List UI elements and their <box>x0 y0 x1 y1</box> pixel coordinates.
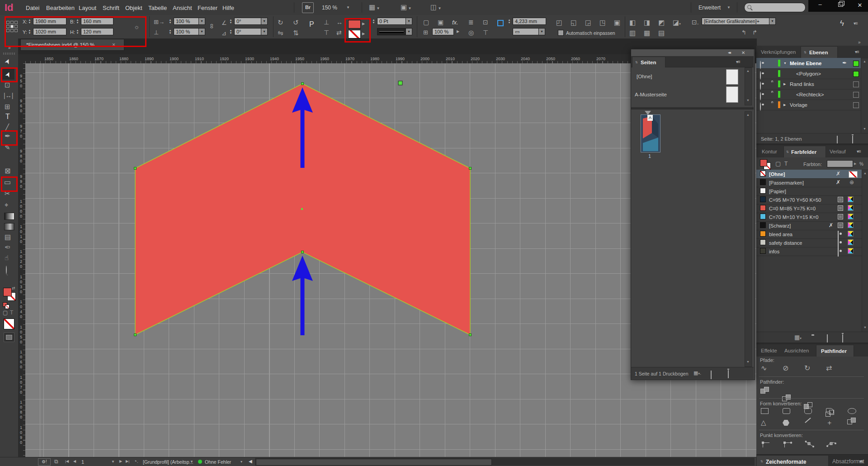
convert-symmetric-point-icon[interactable] <box>826 440 837 448</box>
screen-mode-button[interactable] <box>4 333 14 342</box>
stroke-weight-dropdown[interactable]: ▼ <box>406 18 412 25</box>
zoom-level-value[interactable]: 150 % <box>322 5 337 11</box>
fit-proportional-icon[interactable]: ◲ <box>585 19 591 26</box>
shear-stepper[interactable]: ▲▼ <box>229 19 233 24</box>
swatch-row[interactable]: C=70 M=10 Y=15 K=0 <box>756 213 862 222</box>
convert-corner-point-icon[interactable] <box>783 440 793 448</box>
convert-inverse-rounded-icon[interactable] <box>826 408 834 414</box>
stroke-weight-field[interactable]: 0 Pt <box>377 18 406 25</box>
minimize-button[interactable]: – <box>813 1 827 10</box>
content-collector-tool[interactable]: ⊞ <box>5 103 10 110</box>
layer-row[interactable]: ▶ Vorlage <box>756 100 861 110</box>
swatch-row[interactable]: C=0 M=85 Y=75 K=0 <box>756 204 862 213</box>
profile-dropdown-icon[interactable]: ▼ <box>190 460 193 464</box>
menu-schrift[interactable]: Schrift <box>103 5 119 11</box>
view-options-icon[interactable]: ▦ ▼ <box>369 4 380 10</box>
rectangle-frame-tool[interactable]: ⊠ <box>5 167 10 175</box>
tab-verlauf[interactable]: Verlauf <box>830 149 846 155</box>
menu-tabelle[interactable]: Tabelle <box>148 5 167 11</box>
textwrap-none-icon[interactable]: ≣ <box>468 19 474 25</box>
apply-to-container-icon[interactable]: ▢ <box>3 310 8 315</box>
swap-fill-stroke-icon[interactable]: ⇄ <box>12 286 15 290</box>
swatch-row[interactable]: [Passermarken] ✗ ⊕ <box>756 178 862 187</box>
delete-layer-icon[interactable] <box>852 136 853 144</box>
scroll-up-icon[interactable]: ▲ <box>863 60 866 63</box>
pages-panel-dragbar[interactable]: ◂◂ ✕ <box>631 49 754 56</box>
tab-effekte[interactable]: Effekte <box>761 348 777 354</box>
object-style-dropdown[interactable]: ▼ <box>769 18 776 25</box>
line-tool[interactable]: ╱ <box>5 124 9 131</box>
scroll-up-icon[interactable]: ▲ <box>746 113 750 116</box>
layer-row[interactable]: <Rechteck> <box>756 89 861 100</box>
stroke-color-swatch[interactable] <box>348 30 361 38</box>
swatches-scrollbar[interactable]: ▲ ▼ <box>862 170 868 333</box>
align-right-icon[interactable]: ◩ <box>658 19 665 26</box>
expand-icon[interactable]: ▼ <box>783 62 787 65</box>
horizontal-scrollbar[interactable] <box>255 458 755 466</box>
swatch-row[interactable]: [Schwarz] ✗ <box>756 221 862 230</box>
page-thumbnail[interactable]: A <box>641 114 660 152</box>
hscroll-thumb[interactable] <box>256 459 492 466</box>
reverse-path-icon[interactable]: ⇄ <box>826 365 832 372</box>
selection-badge[interactable] <box>853 102 859 108</box>
menu-fenster[interactable]: Fenster <box>198 5 217 11</box>
first-page-icon[interactable]: |◀ <box>65 460 69 463</box>
apply-none-button[interactable] <box>4 319 14 329</box>
pencil-tool[interactable]: ✎ <box>5 144 10 151</box>
visibility-icon[interactable] <box>760 102 761 111</box>
search-input[interactable] <box>744 3 806 12</box>
fit-frame-icon[interactable]: ◱ <box>571 19 577 26</box>
page-dropdown-icon[interactable]: ▼ <box>111 460 115 464</box>
zoom-tool[interactable] <box>5 265 13 273</box>
convert-triangle-icon[interactable]: △ <box>761 419 766 426</box>
swatch-views-icon[interactable]: ▦▾ <box>794 334 802 340</box>
fx-icon[interactable]: fx. <box>452 19 458 25</box>
close-panel-icon[interactable]: ✕ <box>741 50 745 55</box>
distribute-h-icon[interactable]: ↔ <box>336 19 343 25</box>
rotate-field[interactable]: 0° <box>234 28 261 35</box>
scale-y-field[interactable]: 100 % <box>174 28 199 35</box>
menu-hilfe[interactable]: Hilfe <box>222 5 234 11</box>
opacity-flyout-icon[interactable]: ▶ <box>457 30 459 33</box>
format-container-icon[interactable]: ▢ <box>775 161 781 166</box>
master-row[interactable]: A-Musterseite <box>631 86 744 103</box>
control-panel-menu-icon[interactable]: ▾≡ <box>854 21 858 26</box>
bridge-button[interactable]: Br <box>302 2 314 13</box>
link-scale-icon[interactable]: ∞ <box>209 24 216 29</box>
scroll-up-icon[interactable]: ▲ <box>863 171 867 175</box>
join-path-icon[interactable]: ∿ <box>761 365 767 372</box>
flip-horizontal-icon[interactable]: ⇋ <box>278 29 283 36</box>
page-tool[interactable]: ⊡ <box>5 81 10 88</box>
convert-rectangle-icon[interactable] <box>761 408 769 414</box>
styles-panel-menu-icon[interactable]: ▾≡ <box>859 459 863 464</box>
workspace-dropdown-icon[interactable]: ▼ <box>727 6 731 10</box>
gradient-feather-tool[interactable] <box>4 223 14 230</box>
scale-x-field[interactable]: 100 % <box>174 18 199 25</box>
convert-line-icon[interactable] <box>805 418 811 423</box>
pages-panel-menu-icon[interactable]: ▾≡ <box>736 59 740 64</box>
masters-scrollbar[interactable]: ▲ ▼ <box>745 67 752 105</box>
corner-radius-field[interactable]: 4,233 mm <box>513 18 546 25</box>
direct-selection-tool[interactable]: ➤ <box>1 68 14 80</box>
auto-width-icon[interactable]: ⊞→ <box>154 19 165 25</box>
tab-pathfinder[interactable]: Pathfinder <box>816 345 854 357</box>
quick-apply-icon[interactable]: ϟ <box>840 19 844 27</box>
stroke-style-field[interactable] <box>377 28 406 35</box>
eyedropper-tool[interactable]: ✑ <box>5 244 10 251</box>
hand-tool[interactable]: ☝ <box>5 254 9 261</box>
align-center-icon[interactable]: ◨ <box>644 19 650 26</box>
fill-frame-icon[interactable]: ◳ <box>599 19 606 26</box>
selection-handle[interactable] <box>398 81 402 85</box>
preflight-profile-icon[interactable]: ◔. <box>134 459 138 464</box>
rotate-stepper[interactable]: ▲▼ <box>229 29 233 34</box>
convert-polygon-icon[interactable] <box>783 420 789 426</box>
master-row[interactable]: [Ohne] <box>631 68 744 86</box>
convert-smooth-point-icon[interactable] <box>804 440 815 448</box>
layer-name[interactable]: Rand links <box>790 81 814 87</box>
distribute-v-icon[interactable]: ⇄ <box>336 29 342 36</box>
autofit-checkbox[interactable] <box>558 30 564 36</box>
style-clear-icon[interactable]: ↱ <box>752 29 757 35</box>
x-field[interactable]: 1980 mm <box>33 18 66 25</box>
reference-point-proxy[interactable] <box>6 21 18 32</box>
convert-orthogonal-line-icon[interactable]: ＋ <box>826 419 833 426</box>
